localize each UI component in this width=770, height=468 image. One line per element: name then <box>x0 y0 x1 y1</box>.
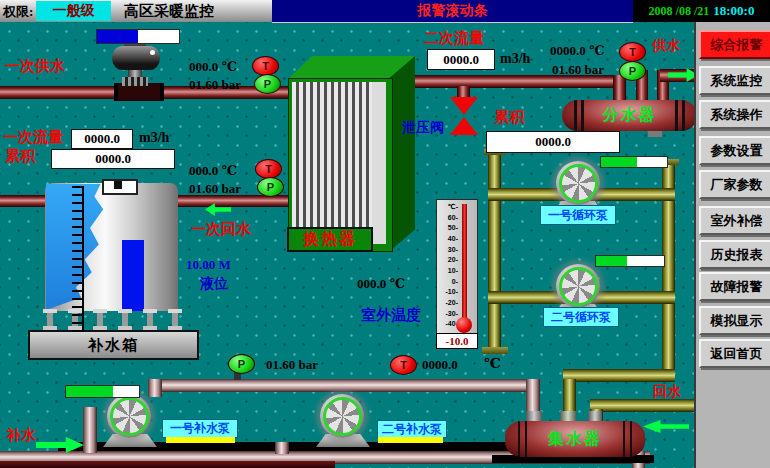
primary-return-pressure: 01.60 bar <box>189 181 241 197</box>
thermometer-tick: 0 <box>452 277 458 288</box>
supply-label: 供水 <box>652 37 680 55</box>
collector-tank[interactable]: 集水器 <box>505 421 645 457</box>
tank-level-bar <box>122 240 144 311</box>
thermometer-scale: ℃6050403020100-10-20-30-40 <box>438 202 458 330</box>
secondary-accum-value: 0000.0 <box>486 131 620 153</box>
thermometer-tick: -10 <box>446 287 458 298</box>
clock: 2008 /08 /21 18:00:0 <box>633 0 770 22</box>
tank-level-value: 10.00 M <box>186 257 231 273</box>
circulation-left-riser <box>488 152 501 350</box>
makeup-pump2-label[interactable]: 二号补水泵 <box>377 420 447 438</box>
tank-level-label: 液位 <box>200 275 228 293</box>
circ-pump1-speed-fill <box>601 157 637 167</box>
distributor-tank[interactable]: 分水器 <box>562 100 697 131</box>
thermometer-tick: 40 <box>448 234 458 245</box>
sidebar-button-10[interactable]: 返回首页 <box>699 339 770 368</box>
collector-feed-pipe <box>563 369 675 382</box>
valve-stem <box>128 70 142 77</box>
makeup-pump2-icon[interactable] <box>320 394 364 438</box>
makeup-flow-fill <box>66 386 113 397</box>
heat-exchanger-label: 换热器 <box>287 227 373 252</box>
circ-pump1-icon[interactable] <box>556 161 600 205</box>
permission-level-badge: 一般级 <box>36 1 111 21</box>
primary-return-temp: 000.0 ℃ <box>189 163 237 179</box>
primary-supply-pressure: 01.60 bar <box>189 77 241 93</box>
circ-pump2-speed-bar <box>595 255 665 267</box>
primary-flow-value: 0000.0 <box>71 129 133 149</box>
sidebar-button-5[interactable]: 厂家参数 <box>699 170 770 199</box>
tank-top-fitting-mark <box>114 181 122 189</box>
return-label: 回水 <box>653 383 681 401</box>
heat-exchanger-side-face <box>390 56 415 251</box>
collector-temp-value: 0000.0 <box>422 357 458 373</box>
tank-leg-stems <box>40 313 190 326</box>
bottom-pipe-shade <box>0 461 335 468</box>
sidebar-button-8[interactable]: 故障报警 <box>699 272 770 301</box>
tank-ruler-ticks <box>72 186 82 332</box>
makeup-tank-base: 补水箱 <box>28 330 199 360</box>
secondary-temp: 0000.0 ℃ <box>550 43 605 59</box>
outdoor-temp-label: 室外温度 <box>361 306 421 325</box>
circ-pump2-icon[interactable] <box>556 264 600 308</box>
makeup-pump2-impeller <box>323 397 362 436</box>
primary-return-label: 一次回水 <box>191 220 251 239</box>
circ-pump1-impeller <box>559 164 598 203</box>
makeup-pump1-impeller <box>110 397 149 436</box>
pressure-indicator-icon[interactable]: P <box>619 61 646 81</box>
relief-valve-icon-lower <box>450 117 478 135</box>
secondary-pressure: 01.60 bar <box>552 62 604 78</box>
circ-pump2-impeller <box>559 267 598 306</box>
primary-supply-label: 一次供水 <box>5 57 65 76</box>
valve-indicator-dot <box>150 50 155 55</box>
circ-pump2-speed-fill <box>596 256 627 266</box>
temp-indicator-icon[interactable]: T <box>255 159 282 179</box>
thermometer-tick: -30 <box>446 309 458 320</box>
makeup-pump1-icon[interactable] <box>107 394 151 438</box>
sidebar-button-1[interactable]: 综合报警 <box>699 30 770 59</box>
sidebar-button-7[interactable]: 历史报表 <box>699 240 770 269</box>
makeup-pump2-status-bar <box>378 437 443 443</box>
secondary-flow-unit: m3/h <box>500 51 530 67</box>
sidebar-button-3[interactable]: 系统操作 <box>699 100 770 129</box>
secondary-flow-value: 0000.0 <box>427 49 495 70</box>
outdoor-temp-value: 000.0 ℃ <box>357 276 405 292</box>
secondary-flow-label: 二次流量 <box>424 29 484 48</box>
valve-position-fill <box>97 30 138 43</box>
sidebar-button-6[interactable]: 室外补偿 <box>699 206 770 235</box>
primary-flow-unit: m3/h <box>139 130 169 146</box>
thermometer-tick: 50 <box>448 223 458 234</box>
sidebar-button-4[interactable]: 参数设置 <box>699 136 770 165</box>
temp-indicator-icon[interactable]: T <box>619 42 646 62</box>
heat-exchanger-end-plate <box>372 82 386 244</box>
riser-flange-bottom <box>482 347 508 354</box>
tank-ruler-line <box>82 186 84 332</box>
makeup-discharge-pipe <box>148 379 540 392</box>
valve-position-bar <box>96 29 180 44</box>
alarm-ticker-bar: 报警滚动条 <box>272 0 633 23</box>
primary-accum-label: 累积 <box>5 147 35 166</box>
date-text: 2008 /08 /21 <box>649 4 710 19</box>
suction-riser-1 <box>83 407 97 453</box>
makeup-pump1-label[interactable]: 一号补水泵 <box>162 419 238 438</box>
relief-valve-icon[interactable] <box>450 97 478 115</box>
makeup-pump1-elbow <box>148 379 162 397</box>
pressure-indicator-icon[interactable]: P <box>257 177 284 197</box>
heat-exchanger-plates <box>292 82 372 244</box>
temp-indicator-icon[interactable]: T <box>390 355 417 375</box>
sidebar-button-2[interactable]: 系统监控 <box>699 66 770 95</box>
circ-pump2-label[interactable]: 二号循环泵 <box>543 307 619 327</box>
thermometer-tick: 30 <box>448 245 458 256</box>
thermometer-tick: -20 <box>446 298 458 309</box>
temp-indicator-icon[interactable]: T <box>252 56 279 76</box>
pressure-indicator-icon[interactable]: P <box>254 74 281 94</box>
suction-riser-2 <box>275 442 289 454</box>
valve-bonnet <box>122 77 148 86</box>
makeup-pump1-status-bar <box>166 437 235 443</box>
pressure-indicator-icon[interactable]: P <box>228 354 255 374</box>
thermometer-bulb <box>456 317 472 333</box>
collector-temp-unit: ℃ <box>484 355 501 372</box>
thermometer-tick: ℃ <box>448 202 458 213</box>
page-title: 高区采暖监控 <box>124 2 214 21</box>
circ-pump1-label[interactable]: 一号循环泵 <box>540 205 616 225</box>
sidebar-button-9[interactable]: 模拟显示 <box>699 306 770 335</box>
